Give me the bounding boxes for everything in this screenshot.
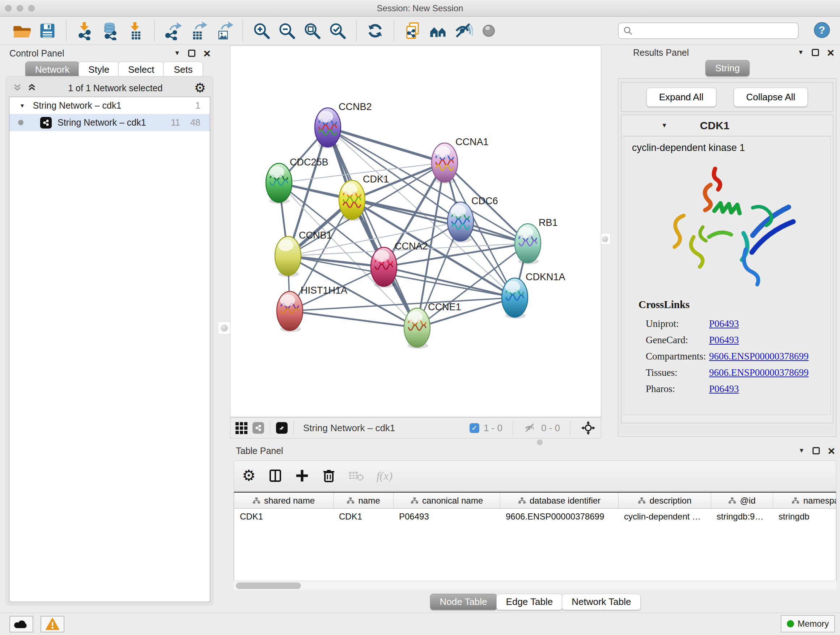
expand-all-networks-icon[interactable]: [27, 83, 36, 93]
close-panel-icon[interactable]: ×: [828, 447, 835, 454]
collapse-all-networks-icon[interactable]: [13, 83, 22, 93]
float-panel-icon[interactable]: [812, 49, 819, 56]
collapse-panel-icon[interactable]: ▼: [798, 49, 804, 56]
tab-network-table[interactable]: Network Table: [562, 594, 641, 610]
help-button[interactable]: ?: [813, 21, 831, 40]
birds-eye-view-icon[interactable]: [235, 422, 248, 434]
network-view: CCNB2CCNA1CDC25BCDK1CDC6RB1CCNB1CCNA2CDK…: [230, 46, 603, 444]
network-options-gear-icon[interactable]: ⚙: [194, 81, 206, 95]
show-all-button[interactable]: [478, 20, 499, 41]
network-edge[interactable]: [328, 127, 445, 163]
table-cell[interactable]: 9606.ENSP00000378699: [500, 511, 618, 522]
vertical-splitter-handle[interactable]: [218, 321, 231, 334]
open-file-button[interactable]: [11, 20, 33, 41]
zoom-in-icon: [252, 21, 271, 40]
search-input[interactable]: [637, 26, 794, 36]
open-in-browser-icon[interactable]: [276, 422, 287, 434]
network-canvas[interactable]: CCNB2CCNA1CDC25BCDK1CDC6RB1CCNB1CCNA2CDK…: [230, 46, 601, 417]
network-node-ccne1[interactable]: CCNE1: [404, 302, 461, 348]
section-expander-icon[interactable]: ▼: [661, 122, 668, 129]
float-panel-icon[interactable]: [813, 447, 820, 454]
delete-column-trash-icon[interactable]: [322, 469, 336, 483]
memory-button[interactable]: Memory: [781, 615, 835, 632]
show-columns-icon[interactable]: [268, 469, 283, 483]
float-panel-icon[interactable]: [188, 50, 195, 57]
table-cell[interactable]: CDK1: [234, 511, 333, 522]
column-header--id[interactable]: @id: [711, 493, 773, 508]
network-collection-row[interactable]: ▼ String Network – cdk1 1: [9, 97, 210, 114]
column-header-description[interactable]: description: [618, 493, 711, 508]
zoom-selected-button[interactable]: [327, 20, 348, 41]
expand-all-button[interactable]: Expand All: [646, 88, 716, 107]
table-cell[interactable]: cyclin-dependent …: [618, 511, 711, 522]
refresh-button[interactable]: [365, 20, 386, 41]
table-cell[interactable]: P06493: [393, 511, 500, 522]
column-header-namespace[interactable]: namespace: [773, 493, 836, 508]
table-cell[interactable]: stringdb:9…: [711, 511, 773, 522]
crosslink-label: Uniprot:: [638, 318, 709, 329]
table-cell[interactable]: stringdb: [773, 511, 836, 522]
hide-selected-icon: [454, 21, 473, 40]
hide-selected-button[interactable]: [453, 20, 474, 41]
import-network-file-button[interactable]: [74, 20, 95, 41]
network-edge[interactable]: [328, 127, 417, 328]
crosslink-value-link[interactable]: P06493: [709, 383, 739, 394]
network-edge[interactable]: [290, 311, 417, 328]
zoom-fit-button[interactable]: [302, 20, 323, 41]
scrollbar-thumb[interactable]: [236, 583, 301, 589]
network-tab-content: 1 of 1 Network selected ⚙ ▼ String Netwo…: [6, 76, 213, 605]
table-horizontal-scrollbar[interactable]: [234, 581, 836, 590]
selected-items-checkbox-icon[interactable]: ✓: [470, 423, 479, 433]
export-table-button[interactable]: [188, 20, 209, 41]
table-cell[interactable]: CDK1: [333, 511, 393, 522]
save-session-button[interactable]: [37, 20, 58, 41]
import-table-button[interactable]: [125, 20, 146, 41]
network-node-cdkn1a[interactable]: CDKN1A: [502, 272, 565, 318]
close-panel-icon[interactable]: ×: [203, 50, 210, 57]
crosslink-value-link[interactable]: P06493: [709, 318, 739, 329]
export-image-button[interactable]: [213, 20, 234, 41]
zoom-out-button[interactable]: [276, 20, 297, 41]
table-row[interactable]: CDK1CDK1P064939606.ENSP00000378699cyclin…: [234, 509, 836, 524]
close-panel-icon[interactable]: ×: [827, 49, 834, 56]
cloud-status-button[interactable]: [9, 616, 33, 632]
collapse-panel-icon[interactable]: ▼: [174, 50, 180, 57]
toolbar-separator: [356, 20, 357, 41]
tab-network[interactable]: Network: [25, 62, 79, 78]
new-network-from-selection-button[interactable]: [402, 20, 423, 41]
export-network-button[interactable]: [163, 20, 184, 41]
crosslink-value-link[interactable]: P06493: [709, 334, 739, 346]
network-edge[interactable]: [384, 267, 515, 298]
tab-node-table[interactable]: Node Table: [430, 594, 497, 610]
column-header-database-identifier[interactable]: database identifier: [500, 493, 618, 508]
network-node-rb1[interactable]: RB1: [515, 217, 558, 264]
tab-sets[interactable]: Sets: [163, 62, 203, 78]
table-options-gear-icon[interactable]: ⚙: [242, 469, 256, 482]
add-column-icon[interactable]: [295, 469, 309, 483]
first-neighbors-button[interactable]: [428, 20, 448, 41]
tab-string[interactable]: String: [706, 60, 750, 76]
protein-structure-image: [654, 162, 806, 292]
import-network-database-button[interactable]: [100, 20, 121, 41]
fit-content-crosshair-icon[interactable]: [581, 420, 596, 435]
collapse-all-button[interactable]: Collapse All: [734, 88, 808, 107]
tab-select[interactable]: Select: [118, 62, 164, 78]
column-header-name[interactable]: name: [333, 493, 393, 508]
crosslink-value-link[interactable]: 9606.ENSP00000378699: [709, 351, 808, 362]
crosslink-value-link[interactable]: 9606.ENSP00000378699: [709, 367, 808, 378]
column-header-canonical-name[interactable]: canonical name: [393, 493, 500, 508]
collection-expander-icon[interactable]: ▼: [19, 103, 25, 109]
string-network-badge-icon[interactable]: [253, 422, 264, 434]
network-edge-count: 48: [190, 117, 201, 128]
tab-edge-table[interactable]: Edge Table: [496, 594, 563, 610]
network-node-ccnb1[interactable]: CCNB1: [275, 230, 332, 277]
crosslink-label: Tissues:: [638, 367, 709, 378]
tab-style[interactable]: Style: [79, 62, 119, 78]
column-header-shared-name[interactable]: shared name: [234, 493, 333, 508]
network-row[interactable]: String Network – cdk1 11 48: [9, 114, 210, 131]
warnings-button[interactable]: [41, 616, 65, 632]
svg-text:?: ?: [819, 24, 825, 36]
zoom-in-button[interactable]: [251, 20, 272, 41]
collapse-panel-icon[interactable]: ▼: [798, 447, 805, 454]
node-section-header[interactable]: ▼ CDK1: [622, 115, 833, 136]
